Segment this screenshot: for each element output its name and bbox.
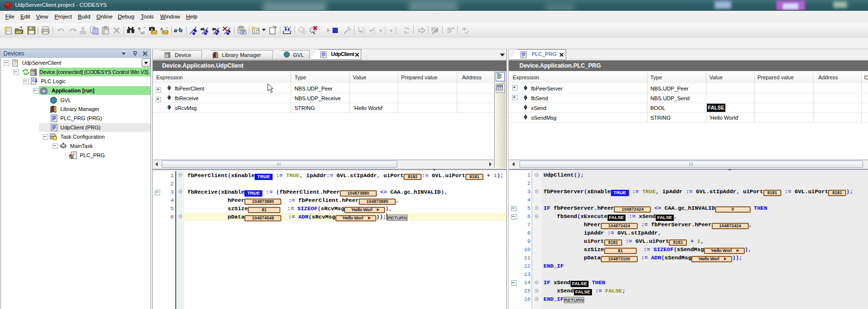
svg-text:B: B xyxy=(142,31,145,35)
svg-text:A: A xyxy=(138,26,141,31)
